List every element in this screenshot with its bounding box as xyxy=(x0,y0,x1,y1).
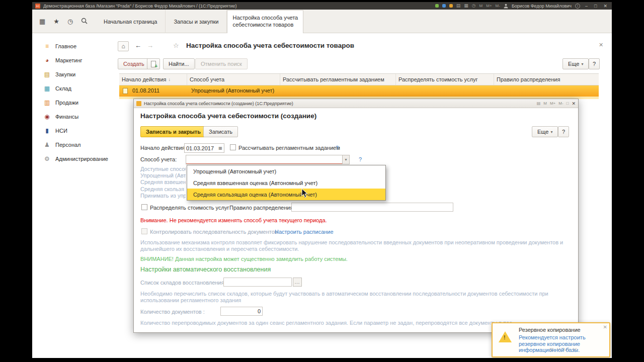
current-user[interactable]: Борисов Федор Михайлович xyxy=(512,4,572,9)
home-button[interactable]: ⌂ xyxy=(118,41,129,51)
start-date-field: ▦ xyxy=(184,143,224,153)
sidebar-item-finance[interactable]: ◉ Финансы xyxy=(32,110,117,124)
sidebar-item-label: Продажи xyxy=(55,100,78,106)
distribution-rule-input[interactable] xyxy=(291,203,453,212)
chevron-down-icon: ▾ xyxy=(550,130,552,134)
sidebar-item-label: Главное xyxy=(55,43,76,49)
table-row[interactable]: 01.08.2011 Упрощенный (Автономный учет) xyxy=(119,85,599,97)
method-dropdown-list: Упрощенный (Автономный учет) Средняя взв… xyxy=(187,165,386,201)
purchases-section-icon: ▤ xyxy=(43,71,51,77)
doc-count-label: Количество документов : xyxy=(140,309,205,315)
column-header-method[interactable]: Способ учета xyxy=(187,74,280,85)
sidebar-item-main[interactable]: ≡ Главное xyxy=(32,39,117,53)
sidebar-item-label: Маркетинг xyxy=(55,57,82,63)
sidebar-item-administration[interactable]: ⚙ Администрирование xyxy=(32,152,117,166)
sales-section-icon: ▥ xyxy=(43,100,51,106)
control-sequence-label: Контролировать последовательность докуме… xyxy=(150,229,278,235)
copy-doc-icon: + xyxy=(151,61,156,67)
service-orange-icon[interactable] xyxy=(449,4,453,8)
start-date-input[interactable] xyxy=(185,144,217,152)
sidebar-item-nsi[interactable]: ▮ НСИ xyxy=(32,124,117,138)
distribute-services-checkbox[interactable] xyxy=(141,204,147,210)
dialog-maximize-icon[interactable]: □ xyxy=(567,101,569,106)
notification-link-text[interactable]: Рекомендуется настроить резервное копиро… xyxy=(519,334,602,353)
tab-cost-method-settings[interactable]: Настройка способа учета себестоимости то… xyxy=(227,10,303,33)
column-header-start-date[interactable]: Начало действия ↓ xyxy=(119,74,187,85)
combo-dropdown-icon[interactable]: ▾ xyxy=(342,155,349,164)
column-header-distribute[interactable]: Распределять стоимость услуг xyxy=(396,74,494,85)
minimize-button[interactable]: – xyxy=(584,4,589,9)
sidebar-item-purchases[interactable]: ▤ Закупки xyxy=(32,67,117,81)
memory-m-button[interactable]: М xyxy=(479,4,483,8)
tab-inventory-purchases[interactable]: Запасы и закупки xyxy=(166,10,227,33)
calendar-icon[interactable]: ▦ xyxy=(464,4,468,8)
dialog-memory-mminus[interactable]: М- xyxy=(558,101,563,106)
maximize-button[interactable]: □ xyxy=(593,4,598,9)
configure-schedule-link[interactable]: Настроить расписание xyxy=(275,229,334,235)
save-button[interactable]: Записать xyxy=(203,126,238,137)
dialog-doc-action-icon[interactable]: ▤ xyxy=(537,101,541,106)
scheduled-job-checkbox[interactable] xyxy=(230,144,236,150)
chevron-down-icon: ▾ xyxy=(581,62,583,66)
dropdown-option-moving-average[interactable]: Средняя скользящая оценка (Автономный уч… xyxy=(187,189,385,200)
find-button[interactable]: Найти... xyxy=(163,58,195,69)
memory-mplus-button[interactable]: М+ xyxy=(486,4,492,8)
column-header-scheduled[interactable]: Рассчитывать регламентным заданием xyxy=(280,74,396,85)
dropdown-option-simplified[interactable]: Упрощенный (Автономный учет) xyxy=(187,165,385,177)
memory-mminus-button[interactable]: М- xyxy=(496,4,500,8)
sidebar-item-warehouse[interactable]: ▦ Склад xyxy=(32,81,117,96)
documents-icon[interactable]: ▤ xyxy=(456,4,461,8)
create-button[interactable]: Создать xyxy=(118,58,150,69)
favorite-star-icon[interactable]: ☆ xyxy=(173,42,179,49)
tab-home[interactable]: Начальная страница xyxy=(96,10,166,33)
save-and-close-button[interactable]: Записать и закрыть xyxy=(140,126,206,137)
notification-close-icon[interactable]: ✕ xyxy=(603,324,607,330)
method-help-link[interactable]: ? xyxy=(359,156,362,162)
calendar-picker-icon[interactable]: ▦ xyxy=(217,144,224,152)
close-window-button[interactable]: ✕ xyxy=(602,4,609,9)
dialog-titlebar[interactable]: Настройка способа учета себестоимости (с… xyxy=(134,99,578,108)
dialog-memory-mplus[interactable]: М+ xyxy=(550,101,555,106)
page-title: Настройка способа учета себестоимости то… xyxy=(186,42,354,49)
dialog-help-button[interactable]: ? xyxy=(558,126,569,137)
warehouses-list-input[interactable] xyxy=(223,278,292,287)
create-by-copy-button[interactable]: + xyxy=(147,58,160,69)
main-section-icon: ≡ xyxy=(43,43,51,49)
close-page-icon[interactable]: ✕ xyxy=(599,42,603,48)
1c-logo-icon: 1С xyxy=(35,4,40,9)
back-icon[interactable]: ← xyxy=(135,42,141,49)
column-header-rule[interactable]: Правило распределения xyxy=(494,74,599,85)
sidebar-item-label: Финансы xyxy=(55,114,78,120)
tabs: Начальная страница Запасы и закупки Наст… xyxy=(96,10,303,33)
help-button[interactable]: ? xyxy=(589,58,600,69)
finance-section-icon: ◉ xyxy=(43,114,51,120)
method-combo: ▾ xyxy=(186,155,350,164)
sidebar-item-label: Персонал xyxy=(55,142,81,148)
sidebar-item-personnel[interactable]: ♟ Персонал xyxy=(32,138,117,152)
dialog-more-button[interactable]: Еще ▾ xyxy=(532,126,558,137)
service-blue-icon[interactable] xyxy=(442,4,446,8)
sidebar-item-marketing[interactable]: ◕ Маркетинг xyxy=(32,53,117,67)
dialog-memory-m[interactable]: М xyxy=(543,101,547,106)
more-button[interactable]: Еще ▾ xyxy=(562,58,589,69)
administration-gear-icon: ⚙ xyxy=(43,156,51,162)
sidebar-item-sales[interactable]: ▥ Продажи xyxy=(32,96,117,110)
favorites-icon[interactable]: ★ xyxy=(53,18,59,25)
history-icon[interactable]: ◷ xyxy=(472,4,476,8)
search-icon[interactable] xyxy=(81,18,88,25)
hint-line: Средняя взвешен xyxy=(140,179,186,186)
warning-exclaim: ! xyxy=(504,334,506,340)
scheduled-help-link[interactable]: ? xyxy=(336,145,339,151)
service-green-icon[interactable] xyxy=(435,4,439,8)
sidebar-item-label: Закупки xyxy=(55,71,75,77)
backup-notification[interactable]: ! ▤ М М+ М- Резервное копирование Рекоме… xyxy=(492,322,610,357)
marketing-section-icon: ◕ xyxy=(43,57,51,63)
menu-grid-icon[interactable]: ▦ xyxy=(39,18,45,25)
dialog-close-icon[interactable]: ✕ xyxy=(572,101,576,106)
warehouses-browse-button[interactable]: ... xyxy=(293,278,302,287)
doc-count-input[interactable] xyxy=(220,307,263,316)
method-combo-input[interactable] xyxy=(186,155,342,164)
dropdown-option-weighted-average[interactable]: Средняя взвешенная оценка (Автономный уч… xyxy=(187,177,385,189)
history-clock-icon[interactable]: ◷ xyxy=(67,18,73,25)
info-icon[interactable]: i xyxy=(575,4,580,9)
